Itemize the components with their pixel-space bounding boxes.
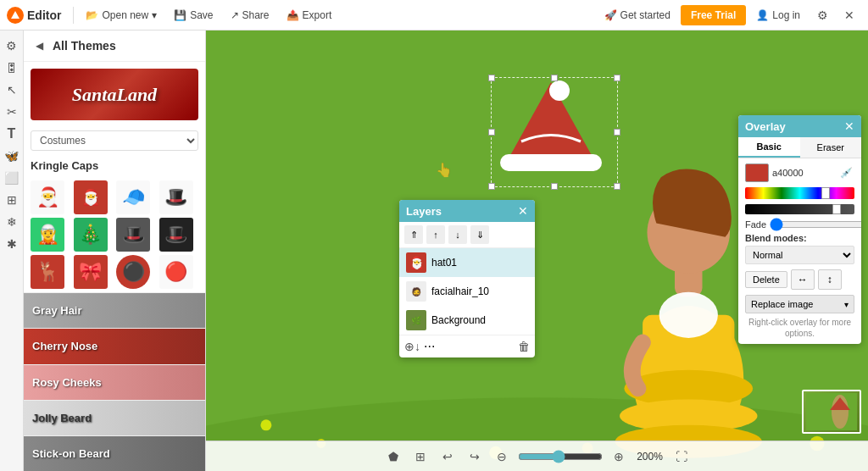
resize-handle-tc[interactable] bbox=[551, 75, 558, 81]
color-value: a40000 bbox=[772, 168, 834, 178]
layer-item-hat01[interactable]: 🎅 hat01 bbox=[399, 248, 535, 277]
redo-button[interactable]: ↪ bbox=[464, 446, 486, 468]
share-button[interactable]: ↗ Share bbox=[224, 6, 276, 25]
tool-sticker[interactable]: ✱ bbox=[2, 234, 22, 254]
hat-selection-box[interactable] bbox=[491, 77, 618, 187]
layer-thumb-background: 🌿 bbox=[406, 310, 426, 330]
replace-image-button[interactable]: Replace image ▾ bbox=[745, 295, 854, 313]
zoom-in-button[interactable]: ⊕ bbox=[608, 446, 630, 468]
app-logo: Editor bbox=[7, 7, 61, 24]
sticker-item[interactable]: 🎩 bbox=[159, 218, 193, 252]
grid-button[interactable]: ⊞ bbox=[409, 446, 431, 468]
overlay-close-button[interactable]: ✕ bbox=[844, 119, 854, 133]
tool-frame[interactable]: ⬜ bbox=[2, 168, 22, 188]
canvas-area[interactable]: 👆 Layers ✕ ⇑ ↑ ↓ ⇓ 🎅 hat01 🧔 facialhair_… bbox=[206, 30, 868, 471]
layer-move-bottom-button[interactable]: ⇓ bbox=[470, 225, 489, 244]
category-item-jolly-beard[interactable]: Jolly Beard bbox=[24, 400, 205, 435]
blend-mode-select[interactable]: Normal Multiply Screen Overlay Darken Li… bbox=[745, 246, 854, 264]
eyedropper-button[interactable]: 💉 bbox=[837, 164, 854, 181]
tool-settings[interactable]: ⚙ bbox=[2, 36, 22, 56]
layer-add-button[interactable]: ⊕↓ bbox=[404, 340, 420, 353]
open-icon: 📂 bbox=[86, 9, 98, 21]
sticker-item[interactable]: 🎩 bbox=[116, 218, 150, 252]
layer-delete-button[interactable]: 🗑 bbox=[518, 340, 530, 353]
fit-screen-button[interactable]: ⛶ bbox=[670, 446, 693, 468]
sticker-item[interactable]: 🎅 bbox=[31, 180, 64, 214]
sticker-item[interactable]: 🎅 bbox=[74, 180, 108, 214]
layer-item-facialhair[interactable]: 🧔 facialhair_10 bbox=[399, 277, 535, 306]
sticker-item[interactable]: 🎀 bbox=[74, 255, 108, 289]
collapse-button[interactable]: ◀ bbox=[31, 37, 47, 54]
export-button[interactable]: 📤 Export bbox=[280, 6, 339, 25]
sticker-item[interactable]: 🎩 bbox=[159, 180, 193, 214]
resize-handle-rc[interactable] bbox=[614, 129, 620, 136]
gradient-bar[interactable] bbox=[745, 187, 854, 199]
get-started-button[interactable]: 🚀 Get started bbox=[598, 6, 677, 25]
sticker-item[interactable]: 🦌 bbox=[31, 255, 64, 289]
layer-move-down-button[interactable]: ↓ bbox=[448, 225, 467, 244]
category-item-cherry-nose[interactable]: Cherry Nose bbox=[24, 328, 205, 363]
gradient-handle[interactable] bbox=[821, 187, 830, 199]
sticker-item[interactable]: 🧢 bbox=[116, 180, 150, 214]
darkness-bar[interactable] bbox=[745, 204, 854, 214]
flip-vertical-button[interactable]: ↕ bbox=[818, 269, 842, 290]
app-title: Editor bbox=[27, 8, 61, 22]
tool-butterfly[interactable]: 🦋 bbox=[2, 146, 22, 166]
resize-handle-lc[interactable] bbox=[488, 129, 495, 136]
layers-footer: ⊕↓ ··· 🗑 bbox=[399, 335, 535, 357]
delete-button[interactable]: Delete bbox=[745, 271, 787, 288]
login-button[interactable]: 👤 Log in bbox=[749, 6, 807, 25]
zoom-out-button[interactable]: ⊖ bbox=[491, 446, 513, 468]
category-item-gray-hair[interactable]: Gray Hair bbox=[24, 292, 205, 328]
resize-handle-tl[interactable] bbox=[488, 75, 495, 81]
fade-slider[interactable] bbox=[770, 220, 861, 229]
sticker-item[interactable]: 🧝 bbox=[31, 218, 64, 252]
theme-banner-bg: SantaLand bbox=[31, 69, 198, 120]
settings-button[interactable]: ⚙ bbox=[810, 3, 834, 27]
layer-move-up-button[interactable]: ↑ bbox=[426, 225, 445, 244]
zoom-slider[interactable] bbox=[518, 450, 603, 463]
category-label-cherry-nose: Cherry Nose bbox=[32, 340, 97, 352]
resize-handle-bc[interactable] bbox=[551, 183, 558, 190]
flip-horizontal-button[interactable]: ↔ bbox=[791, 269, 815, 290]
color-swatch[interactable] bbox=[745, 163, 769, 182]
thumbnail-preview bbox=[802, 390, 861, 434]
resize-handle-tr[interactable] bbox=[614, 75, 620, 81]
layers-close-button[interactable]: ✕ bbox=[518, 204, 528, 218]
category-item-stick-beard[interactable]: Stick-on Beard bbox=[24, 435, 205, 471]
tool-texture[interactable]: ⊞ bbox=[2, 190, 22, 210]
tool-text[interactable]: T bbox=[2, 124, 22, 144]
category-item-rosy-cheeks[interactable]: Rosy Cheeks bbox=[24, 364, 205, 400]
tool-select[interactable]: ↖ bbox=[2, 80, 22, 100]
layer-item-background[interactable]: 🌿 Background bbox=[399, 306, 535, 335]
user-icon: 👤 bbox=[756, 9, 769, 21]
layers-toggle-button[interactable]: ⬟ bbox=[382, 446, 404, 468]
category-label-gray-hair: Gray Hair bbox=[32, 304, 82, 317]
open-new-button[interactable]: 📂 Open new ▾ bbox=[79, 6, 164, 25]
tab-basic[interactable]: Basic bbox=[738, 137, 800, 158]
layer-move-top-button[interactable]: ⇑ bbox=[404, 225, 423, 244]
sticker-item[interactable]: 🎄 bbox=[74, 218, 108, 252]
resize-handle-br[interactable] bbox=[614, 183, 620, 190]
topbar: Editor 📂 Open new ▾ 💾 Save ↗ Share 📤 Exp… bbox=[0, 0, 868, 30]
theme-banner-text: SantaLand bbox=[72, 84, 157, 106]
save-button[interactable]: 💾 Save bbox=[167, 6, 220, 25]
tab-eraser[interactable]: Eraser bbox=[800, 137, 862, 158]
sticker-grid: 🎅 🎅 🧢 🎩 🧝 🎄 🎩 🎩 🦌 🎀 ⚫ 🔴 bbox=[24, 177, 205, 292]
category-select[interactable]: Costumes Accessories Hair bbox=[31, 130, 198, 151]
free-trial-button[interactable]: Free Trial bbox=[681, 5, 746, 25]
svg-rect-18 bbox=[500, 154, 602, 171]
overlay-panel: Overlay ✕ Basic Eraser a40000 💉 bbox=[738, 115, 861, 344]
tool-adjust[interactable]: 🎛 bbox=[2, 58, 22, 78]
darkness-handle[interactable] bbox=[832, 204, 841, 214]
sticker-item[interactable]: ⚫ bbox=[116, 255, 150, 289]
undo-button[interactable]: ↩ bbox=[437, 446, 459, 468]
theme-banner[interactable]: SantaLand bbox=[31, 69, 198, 120]
tool-effects[interactable]: ❄ bbox=[2, 212, 22, 232]
sticker-item[interactable]: 🔴 bbox=[159, 255, 193, 289]
tool-crop[interactable]: ✂ bbox=[2, 102, 22, 122]
close-button[interactable]: ✕ bbox=[837, 3, 861, 27]
layer-label-background: Background bbox=[431, 314, 486, 326]
resize-handle-bl[interactable] bbox=[488, 183, 495, 190]
svg-point-19 bbox=[549, 80, 570, 101]
